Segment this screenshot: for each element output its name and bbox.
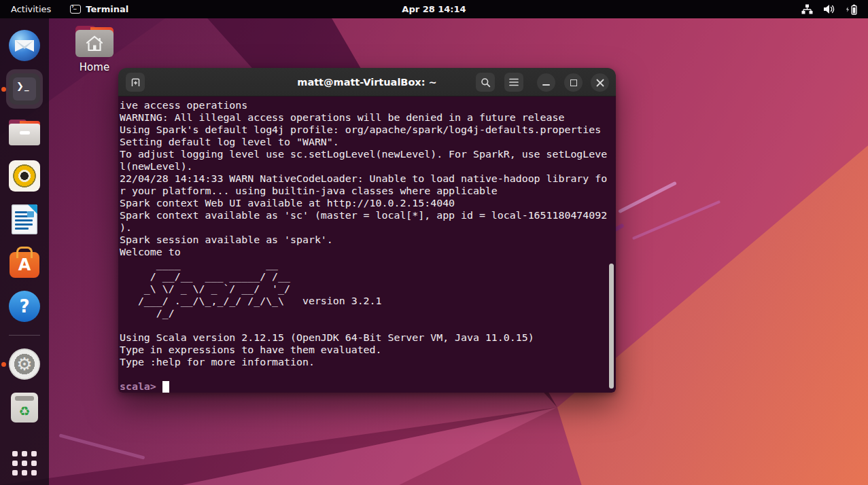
window-titlebar[interactable]: matt@matt-VirtualBox: ~: [118, 68, 616, 96]
activities-button[interactable]: Activities: [0, 0, 62, 18]
ubuntu-software-icon: A: [10, 252, 39, 278]
minimize-icon: [542, 84, 550, 86]
top-bar: Activities Terminal Apr 28 14:14: [0, 0, 868, 18]
terminal-prompt-line: scala>: [118, 380, 616, 393]
dock-item-show-applications[interactable]: [0, 442, 49, 485]
terminal-app-icon: [70, 5, 81, 14]
rhythmbox-icon: [9, 160, 40, 192]
help-icon: ?: [9, 291, 40, 322]
dock-item-help[interactable]: ?: [0, 285, 49, 328]
minimize-button[interactable]: [537, 73, 555, 92]
maximize-button[interactable]: [564, 73, 583, 92]
terminal-output: ive access operations WARNING: All illeg…: [118, 96, 616, 368]
close-button[interactable]: [591, 73, 609, 92]
new-tab-button[interactable]: [126, 73, 145, 92]
dock-item-settings[interactable]: ⚙: [0, 342, 49, 386]
volume-icon: [823, 4, 835, 14]
libreoffice-writer-icon: [12, 204, 37, 234]
maximize-icon: [570, 79, 577, 86]
dock-item-ubuntu-software[interactable]: A: [0, 241, 49, 285]
house-icon: [84, 34, 105, 53]
dock-item-libreoffice-writer[interactable]: [0, 198, 49, 241]
search-button[interactable]: [476, 73, 495, 92]
dock: A ? ⚙ ♻: [0, 18, 49, 485]
scala-prompt: scala>: [120, 380, 156, 393]
dock-item-trash[interactable]: ♻: [0, 386, 49, 429]
files-icon: [9, 120, 40, 145]
home-folder-label: Home: [70, 61, 119, 73]
menu-button[interactable]: [504, 73, 523, 92]
running-indicator-dot: [1, 87, 6, 92]
running-indicator-dot: [1, 362, 6, 367]
terminal-scrollbar-thumb[interactable]: [609, 264, 614, 389]
search-icon: [481, 77, 491, 88]
dock-item-rhythmbox[interactable]: [0, 154, 49, 198]
terminal-window: matt@matt-VirtualBox: ~ ive access opera…: [118, 68, 616, 393]
thunderbird-icon: [9, 30, 40, 61]
trash-icon: ♻: [11, 393, 38, 423]
app-grid-icon: [12, 451, 37, 475]
desktop-home-folder[interactable]: Home: [70, 26, 119, 73]
home-folder-icon: [75, 26, 114, 57]
terminal-icon: [9, 73, 40, 105]
settings-gear-icon: ⚙: [9, 348, 40, 380]
dock-item-terminal[interactable]: [0, 67, 49, 111]
system-status-area[interactable]: [801, 0, 868, 18]
focused-app-menu[interactable]: Terminal: [62, 0, 137, 18]
hamburger-icon: [509, 78, 519, 86]
focused-app-label: Terminal: [86, 4, 128, 14]
close-icon: [596, 79, 604, 87]
dock-divider: [9, 335, 40, 336]
terminal-cursor: [162, 381, 169, 393]
network-wired-icon: [801, 4, 813, 14]
battery-charging-icon: [846, 4, 857, 15]
dock-item-thunderbird[interactable]: [0, 24, 49, 67]
dock-item-files[interactable]: [0, 111, 49, 154]
terminal-content-area[interactable]: ive access operations WARNING: All illeg…: [118, 96, 616, 393]
